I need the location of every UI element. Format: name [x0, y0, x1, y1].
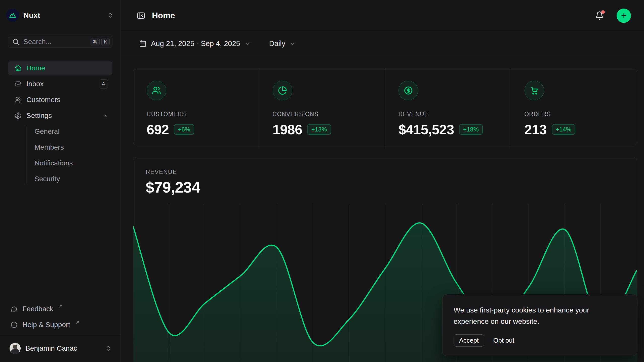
stat-label: REVENUE [398, 111, 497, 118]
cookie-optout-button[interactable]: Opt out [493, 337, 514, 344]
pie-chart-icon [273, 81, 292, 100]
sidebar-item-label: Customers [26, 96, 60, 104]
sidebar-subitem-security[interactable]: Security [26, 172, 112, 186]
settings-subnav: General Members Notifications Security [8, 125, 112, 186]
cart-icon [525, 81, 544, 100]
notification-dot [601, 10, 605, 14]
add-button[interactable] [617, 9, 631, 23]
nuxt-logo-icon [6, 9, 19, 22]
sidebar-toggle-button[interactable] [136, 11, 146, 20]
stat-label: ORDERS [525, 111, 623, 118]
stat-card-orders[interactable]: ORDERS 213 +14% [511, 69, 637, 149]
sidebar-item-label: Settings [26, 112, 52, 120]
user-menu[interactable]: Benjamin Canac [4, 337, 116, 360]
sidebar: Nuxt Search... ⌘ K [0, 0, 121, 362]
workspace-switcher[interactable]: Nuxt [4, 7, 116, 24]
help-support-label: Help & Support [22, 321, 70, 329]
granularity-select[interactable]: Daily [269, 39, 296, 48]
sidebar-item-label: Inbox [26, 80, 44, 88]
date-range-picker[interactable]: Aug 21, 2025 - Sep 4, 2025 [139, 39, 251, 48]
chevron-updown-icon [106, 12, 114, 19]
sidebar-subitem-members[interactable]: Members [26, 141, 112, 154]
sidebar-item-settings[interactable]: Settings [8, 109, 112, 122]
sidebar-nav: Home Inbox 4 Customers [4, 61, 116, 186]
stat-label: CUSTOMERS [147, 111, 245, 118]
stat-delta-badge: +18% [459, 124, 483, 135]
chevron-updown-icon [104, 345, 112, 352]
help-support-link[interactable]: Help & Support [4, 318, 116, 332]
stat-card-conversions[interactable]: CONVERSIONS 1986 +13% [259, 69, 385, 149]
stat-delta-badge: +14% [552, 124, 575, 135]
calendar-icon [139, 40, 147, 48]
inbox-count-badge: 4 [99, 79, 108, 89]
page-header: Home [121, 0, 644, 31]
sidebar-divider [0, 335, 120, 335]
cookie-message: We use first-party cookies to enhance yo… [454, 304, 615, 327]
revenue-panel-label: REVENUE [146, 168, 637, 175]
chevron-down-icon [245, 40, 251, 47]
stat-value: 1986 [273, 122, 302, 137]
stat-card-customers[interactable]: CUSTOMERS 692 +6% [133, 69, 259, 149]
search-input[interactable]: Search... ⌘ K [8, 36, 112, 48]
stat-delta-badge: +13% [307, 124, 331, 135]
stats-cards: CUSTOMERS 692 +6% CONVERSIONS 1986 +13% [133, 69, 637, 145]
sidebar-item-home[interactable]: Home [8, 61, 112, 75]
external-link-icon [59, 304, 63, 309]
stat-delta-badge: +6% [174, 124, 194, 135]
search-icon [12, 38, 20, 46]
page-title: Home [152, 11, 175, 20]
inbox-icon [15, 80, 22, 87]
speech-bubble-icon [11, 305, 18, 312]
granularity-value: Daily [269, 39, 285, 48]
revenue-panel-value: $79,234 [146, 178, 637, 196]
chevron-down-icon [289, 40, 296, 47]
date-range-value: Aug 21, 2025 - Sep 4, 2025 [151, 39, 240, 48]
chevron-up-icon [101, 112, 108, 119]
users-icon [147, 81, 166, 100]
sidebar-subitem-notifications[interactable]: Notifications [26, 156, 112, 170]
filters-toolbar: Aug 21, 2025 - Sep 4, 2025 Daily [121, 31, 644, 56]
stat-card-revenue[interactable]: REVENUE $415,523 +18% [385, 69, 511, 149]
sidebar-item-customers[interactable]: Customers [8, 93, 112, 107]
cookie-accept-button[interactable]: Accept [454, 334, 484, 347]
dollar-circle-icon [398, 81, 418, 100]
info-circle-icon [11, 321, 18, 328]
cookie-banner: We use first-party cookies to enhance yo… [442, 294, 637, 356]
gear-icon [15, 112, 22, 119]
notifications-button[interactable] [595, 11, 604, 20]
feedback-label: Feedback [22, 305, 53, 313]
sidebar-subitem-general[interactable]: General [26, 125, 112, 138]
user-name: Benjamin Canac [25, 344, 77, 352]
stat-label: CONVERSIONS [273, 111, 371, 118]
stat-value: $415,523 [398, 122, 454, 137]
stat-value: 213 [525, 122, 547, 137]
home-icon [15, 65, 22, 72]
kbd-cmd: ⌘ [91, 38, 100, 46]
users-icon [15, 96, 22, 103]
sidebar-item-label: Home [26, 64, 45, 72]
stat-value: 692 [147, 122, 169, 137]
brand-name: Nuxt [23, 11, 40, 20]
external-link-icon [75, 320, 80, 325]
kbd-k: K [101, 38, 110, 46]
user-avatar [10, 343, 21, 354]
search-placeholder: Search... [23, 38, 91, 46]
feedback-link[interactable]: Feedback [4, 302, 116, 316]
sidebar-item-inbox[interactable]: Inbox 4 [8, 77, 112, 91]
